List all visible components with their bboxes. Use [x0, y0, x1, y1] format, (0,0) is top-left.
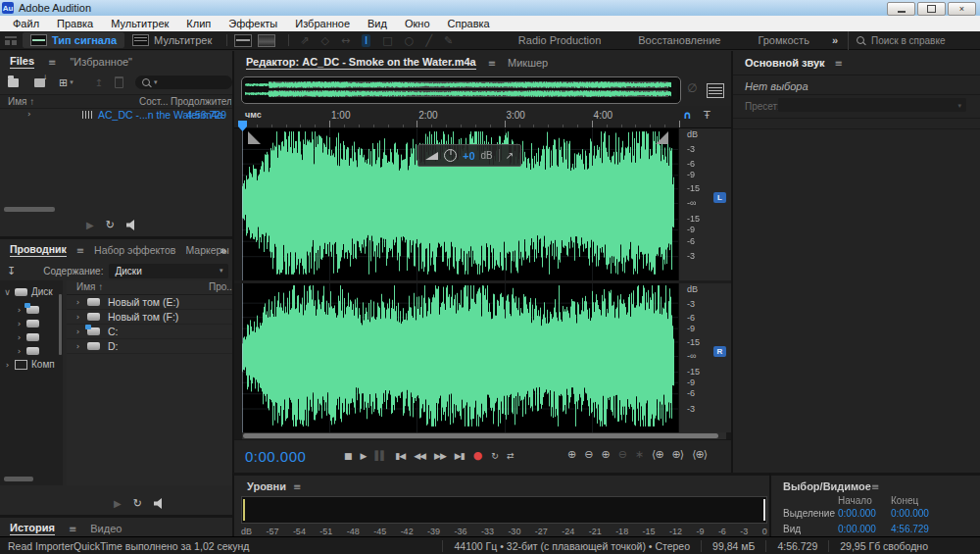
preview-speaker-icon[interactable] [154, 498, 167, 509]
preview-loop-icon[interactable]: ↻ [106, 219, 115, 231]
files-search[interactable]: ▾ [135, 76, 232, 89]
expand-icon[interactable]: › [4, 360, 11, 370]
paintbrush-selection-tool-icon[interactable]: ╱ [425, 34, 432, 47]
minimize-button[interactable] [887, 2, 915, 16]
panel-menu-icon[interactable]: ≡ [871, 481, 879, 492]
marquee-selection-tool-icon[interactable]: □ [382, 34, 392, 47]
zoom-in-time-button[interactable]: ⊕ [567, 448, 575, 461]
view-end-value[interactable]: 4:56.729 [891, 524, 929, 534]
preview-play-icon[interactable]: ▶ [114, 498, 122, 509]
tree-item-drive[interactable]: › [16, 344, 39, 357]
time-display[interactable]: 0:00.000 [245, 448, 306, 465]
new-item-icon[interactable]: ⊞ [59, 76, 68, 89]
menu-item[interactable]: Вид [359, 18, 396, 29]
tree-item-drives[interactable]: ∨Диск [4, 285, 53, 298]
tab-favorites[interactable]: "Избранное" [70, 56, 132, 68]
preview-play-icon[interactable]: ▶ [86, 220, 94, 230]
panel-menu-icon[interactable]: ≡ [293, 481, 301, 492]
preset-dropdown[interactable]: ▾ [778, 98, 966, 112]
expand-icon[interactable]: › [16, 332, 23, 342]
panels-icon[interactable] [5, 36, 17, 45]
expand-icon[interactable]: › [74, 312, 81, 322]
open-file-icon[interactable] [8, 78, 19, 87]
tab-essential-sound[interactable]: Основной звук [745, 57, 825, 70]
pin-marker-icon[interactable]: Ŧ [704, 109, 710, 122]
column-name[interactable]: Имя ↑ [8, 96, 34, 107]
help-search-input[interactable] [869, 34, 961, 47]
zoom-selection-in-button[interactable]: ⟨⊕ [652, 448, 663, 461]
overview-zoom-icon[interactable]: ∅ [687, 81, 697, 95]
column-name[interactable]: Имя ↑ [76, 281, 103, 292]
workspace-button[interactable]: Восстановление [638, 34, 720, 46]
column-duration[interactable]: Продолжительн. [171, 96, 231, 107]
close-button[interactable]: × [948, 2, 976, 16]
show-waveform-icon[interactable] [234, 34, 252, 47]
preview-speaker-icon[interactable] [126, 220, 139, 230]
spot-healing-brush-tool-icon[interactable]: ✎ [444, 34, 453, 47]
drive-list-row[interactable]: ›Новый том (E:) [67, 295, 232, 310]
zoom-out-amplitude-button[interactable]: ⊖ [618, 448, 626, 461]
file-row[interactable]: › AC_DC -...n the Water.m4a 4:56.729 [0, 108, 232, 122]
panel-more-button[interactable]: » [220, 244, 226, 256]
gain-hud[interactable]: +0 dB ↗ [417, 144, 521, 167]
panel-menu-icon[interactable]: ≡ [835, 58, 843, 69]
zoom-in-amplitude-button[interactable]: ⊕ [601, 448, 609, 461]
overview-waveform-canvas[interactable] [243, 79, 677, 99]
panel-menu-icon[interactable]: ≡ [488, 58, 496, 69]
tab-video[interactable]: Видео [90, 523, 122, 534]
restore-button[interactable] [917, 2, 946, 16]
expand-icon[interactable]: › [16, 346, 23, 356]
play-button[interactable]: ▶ [361, 451, 367, 461]
menu-item[interactable]: Правка [48, 18, 102, 29]
hud-pin-icon[interactable]: ↗ [506, 150, 514, 161]
tab-editor[interactable]: Редактор: AC_DC - Smoke on the Water.m4a [246, 56, 476, 70]
fast-forward-button[interactable]: ▶▶ [434, 451, 446, 461]
menu-item[interactable]: Эффекты [220, 18, 286, 29]
selection-end-value[interactable]: 0:00.000 [891, 508, 929, 519]
zoom-out-time-button[interactable]: ⊖ [584, 448, 592, 461]
workspace-more-button[interactable]: » [832, 34, 838, 46]
menu-item[interactable]: Клип [177, 18, 220, 29]
left-channel-badge[interactable]: L [713, 192, 726, 203]
skip-to-end-button[interactable]: ▶▮ [455, 451, 465, 461]
tab-history[interactable]: История [10, 522, 55, 535]
files-horizontal-scrollbar[interactable] [4, 207, 55, 212]
panel-menu-icon[interactable]: ≡ [76, 245, 84, 256]
view-start-value[interactable]: 0:00.000 [838, 524, 876, 534]
tree-horizontal-scrollbar[interactable] [4, 477, 33, 481]
razor-tool-icon[interactable]: ◇ [320, 34, 328, 47]
expand-icon[interactable]: › [16, 319, 23, 328]
workspace-button[interactable]: Radio Production [518, 34, 601, 46]
waveform-horizontal-scrollbar[interactable] [242, 432, 726, 439]
skip-to-start-button[interactable]: ▮◀ [395, 451, 405, 461]
column-state[interactable]: Сост... [139, 96, 169, 107]
expand-icon[interactable]: › [27, 109, 31, 119]
expand-icon[interactable]: › [74, 327, 81, 336]
pause-button[interactable]: ▌▌ [374, 451, 386, 461]
content-dropdown[interactable]: Диски ▾ [109, 264, 228, 278]
record-button[interactable]: ● [473, 449, 483, 462]
menu-item[interactable]: Окно [396, 18, 439, 29]
zoom-selection-out-button[interactable]: ⊕⟩ [672, 448, 684, 461]
stop-button[interactable]: ■ [344, 451, 352, 461]
panel-menu-icon[interactable]: ≡ [48, 57, 56, 68]
fade-out-handle-icon[interactable] [656, 131, 668, 144]
gain-value[interactable]: +0 [463, 150, 475, 162]
loop-playback-button[interactable]: ↻ [491, 451, 498, 461]
zoom-selection-button[interactable]: ⟨⊕⟩ [692, 448, 707, 461]
tab-media-browser[interactable]: Проводник [10, 243, 67, 257]
multitrack-view-button[interactable]: Мультитрек [124, 32, 220, 48]
menu-item[interactable]: Мультитрек [102, 18, 177, 29]
tab-effects-rack[interactable]: Набор эффектов [94, 244, 175, 256]
tree-vertical-scrollbar[interactable] [59, 294, 62, 355]
overview-navigator[interactable] [241, 76, 681, 104]
column-duration[interactable]: Про... [209, 281, 232, 292]
show-spectral-icon[interactable] [258, 34, 275, 47]
menu-item[interactable]: Справка [439, 18, 499, 29]
tree-item-drive[interactable]: › [16, 303, 39, 316]
help-search[interactable] [848, 31, 980, 50]
import-file-icon[interactable] [34, 78, 45, 87]
scrollbar-handle[interactable] [243, 433, 718, 438]
rewind-button[interactable]: ◀◀ [414, 451, 425, 461]
skip-selection-button[interactable]: ⇄ [507, 451, 514, 461]
